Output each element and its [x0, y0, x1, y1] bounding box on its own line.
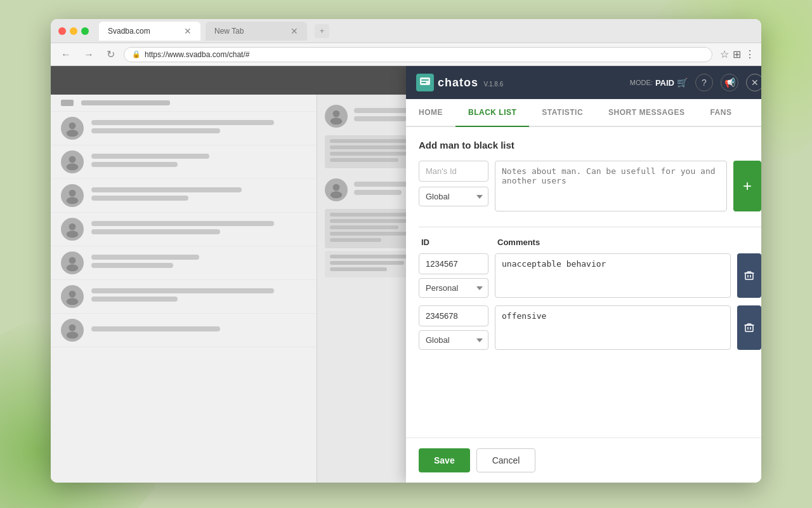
add-form: Global Personal +: [419, 161, 761, 211]
add-button[interactable]: +: [733, 161, 761, 211]
cancel-button[interactable]: Cancel: [476, 448, 536, 472]
chatos-footer: Save Cancel: [406, 438, 761, 483]
chatos-tabs: HOME BLACK LIST STATISTIC SHORT MESSAGES…: [406, 99, 761, 127]
tab-newtab-label: New Tab: [214, 27, 244, 36]
svg-point-0: [69, 123, 76, 130]
forward-button[interactable]: →: [80, 46, 98, 63]
row-comment-1[interactable]: unacceptable behavior: [495, 253, 731, 298]
url-bar[interactable]: 🔒 https://www.svadba.com/chat/#: [124, 47, 712, 62]
row-id-input-1[interactable]: 1234567: [419, 253, 488, 274]
tab-blacklist[interactable]: BLACK LIST: [455, 99, 529, 127]
new-tab-button[interactable]: +: [315, 24, 329, 38]
row-left-2: 2345678 Global Personal: [419, 305, 488, 350]
delete-button-1[interactable]: [737, 253, 761, 298]
browser-window: Svadba.com ✕ New Tab ✕ + ← → ↻ 🔒 https:/…: [51, 19, 761, 483]
avatar: [325, 178, 348, 201]
close-traffic-light[interactable]: [58, 27, 66, 35]
tab-short-messages[interactable]: SHORT MESSAGES: [596, 99, 697, 127]
svg-point-6: [69, 224, 76, 231]
notifications-button[interactable]: 📢: [721, 74, 738, 91]
lock-icon: 🔒: [132, 50, 141, 58]
list-item: [51, 213, 317, 246]
page-content: chatos V.1.8.6 MODE: PAID 🛒 ? 📢 ✕ HOME: [51, 66, 761, 483]
avatar: [61, 150, 84, 173]
mode-value: PAID: [655, 78, 674, 88]
list-item: [51, 280, 317, 314]
row-id-input-2[interactable]: 2345678: [419, 305, 488, 326]
row-left-1: 1234567 Personal Global: [419, 253, 488, 298]
bookmark-icon[interactable]: ☆: [720, 48, 729, 60]
svg-point-2: [69, 156, 76, 163]
grid-icon[interactable]: ⊞: [733, 48, 741, 60]
avatar: [61, 319, 84, 342]
chatos-logo: chatos V.1.8.6: [416, 74, 503, 91]
svg-point-5: [67, 197, 79, 204]
svg-point-7: [67, 231, 79, 237]
maximize-traffic-light[interactable]: [81, 27, 89, 35]
add-form-left: Global Personal: [419, 161, 488, 211]
menu-icon[interactable]: ⋮: [745, 48, 755, 60]
avatar: [61, 117, 84, 140]
url-text: https://www.svadba.com/chat/#: [145, 50, 249, 59]
svg-point-10: [69, 291, 76, 298]
svg-rect-19: [421, 79, 429, 81]
avatar: [61, 218, 84, 241]
back-button[interactable]: ←: [57, 46, 75, 63]
nav-bar: ← → ↻ 🔒 https://www.svadba.com/chat/# ☆ …: [51, 43, 761, 66]
col-id-header: ID: [421, 237, 491, 247]
site-left-panel: [51, 95, 317, 483]
overlay-panel: chatos V.1.8.6 MODE: PAID 🛒 ? 📢 ✕ HOME: [406, 66, 761, 483]
svg-point-12: [69, 324, 76, 331]
chatos-header-icons: ? 📢 ✕: [695, 74, 761, 91]
svg-point-1: [67, 130, 79, 137]
tab-fans[interactable]: FANS: [697, 99, 744, 127]
avatar: [61, 285, 84, 308]
svg-rect-20: [421, 82, 426, 83]
chatos-logo-icon: [416, 74, 434, 91]
delete-button-2[interactable]: [737, 305, 761, 350]
svg-point-13: [67, 331, 79, 338]
row-comment-2[interactable]: offensive: [495, 305, 731, 350]
save-button[interactable]: Save: [419, 448, 470, 472]
tab-statistic[interactable]: STATISTIC: [529, 99, 596, 127]
svg-point-15: [331, 117, 343, 124]
scope-select-add[interactable]: Global Personal: [419, 187, 488, 206]
cart-icon: 🛒: [677, 77, 688, 88]
svg-point-8: [69, 257, 76, 264]
svg-point-17: [331, 191, 343, 198]
avatar: [325, 105, 348, 128]
mode-label: MODE:: [630, 79, 653, 86]
list-item: [51, 95, 317, 112]
svg-point-3: [67, 163, 79, 170]
svg-rect-18: [420, 77, 430, 85]
svg-rect-25: [745, 325, 753, 331]
man-id-input[interactable]: [419, 161, 488, 182]
close-overlay-button[interactable]: ✕: [746, 74, 761, 91]
title-bar: Svadba.com ✕ New Tab ✕ +: [51, 19, 761, 43]
svg-rect-21: [745, 273, 753, 279]
tab-svadba[interactable]: Svadba.com ✕: [99, 22, 200, 41]
list-item: [51, 179, 317, 213]
row-scope-select-1[interactable]: Personal Global: [419, 278, 488, 298]
col-comments-header: Comments: [497, 237, 759, 247]
nav-icons: ☆ ⊞ ⋮: [720, 48, 755, 60]
tab-newtab[interactable]: New Tab ✕: [206, 22, 307, 41]
minimize-traffic-light[interactable]: [70, 27, 77, 35]
chatos-header: chatos V.1.8.6 MODE: PAID 🛒 ? 📢 ✕: [406, 66, 761, 99]
avatar: [61, 251, 84, 274]
traffic-lights: [58, 27, 89, 35]
row-scope-select-2[interactable]: Global Personal: [419, 330, 488, 350]
avatar: [61, 184, 84, 207]
table-headers: ID Comments: [419, 237, 761, 247]
list-item: [51, 112, 317, 145]
help-button[interactable]: ?: [695, 74, 713, 91]
svg-point-9: [67, 264, 79, 271]
list-item: [51, 246, 317, 280]
notes-textarea[interactable]: [495, 161, 727, 211]
tab-newtab-close[interactable]: ✕: [291, 26, 298, 36]
chatos-logo-text: chatos: [438, 76, 478, 89]
tab-home[interactable]: HOME: [406, 99, 455, 127]
chatos-version: V.1.8.6: [483, 81, 503, 88]
tab-svadba-close[interactable]: ✕: [184, 26, 192, 36]
reload-button[interactable]: ↻: [103, 46, 119, 63]
